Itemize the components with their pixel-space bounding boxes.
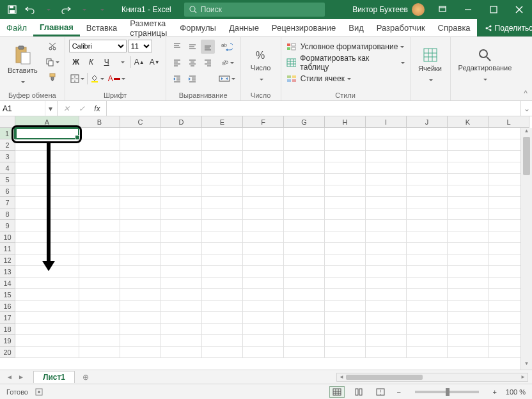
cell-D4[interactable] <box>161 162 202 174</box>
cell-C17[interactable] <box>120 312 161 324</box>
cell-H5[interactable] <box>325 174 366 185</box>
cell-D11[interactable] <box>161 243 202 254</box>
column-header-F[interactable]: F <box>243 116 284 128</box>
cell-I12[interactable] <box>366 254 407 266</box>
cell-B19[interactable] <box>79 335 120 347</box>
format-painter-button[interactable] <box>44 70 61 84</box>
cell-J18[interactable] <box>407 324 448 335</box>
cell-I14[interactable] <box>366 278 407 289</box>
tab-page-layout[interactable]: Разметка страницы <box>123 19 173 36</box>
fill-color-button[interactable] <box>89 72 106 86</box>
cell-F1[interactable] <box>243 128 284 139</box>
cell-K15[interactable] <box>448 289 489 301</box>
cell-E1[interactable] <box>202 128 243 139</box>
cell-A6[interactable] <box>15 185 79 197</box>
cell-I16[interactable] <box>366 301 407 312</box>
cell-F2[interactable] <box>243 139 284 151</box>
tab-formulas[interactable]: Формулы <box>173 19 223 36</box>
cell-B13[interactable] <box>79 266 120 278</box>
cell-E18[interactable] <box>202 324 243 335</box>
cell-F15[interactable] <box>243 289 284 301</box>
cell-D7[interactable] <box>161 197 202 208</box>
cell-A16[interactable] <box>15 301 79 312</box>
cell-C20[interactable] <box>120 347 161 358</box>
cell-E2[interactable] <box>202 139 243 151</box>
cell-I18[interactable] <box>366 324 407 335</box>
cell-H1[interactable] <box>325 128 366 139</box>
tab-review[interactable]: Рецензирование <box>265 19 342 36</box>
scroll-right-button[interactable]: ► <box>519 373 528 381</box>
cell-H18[interactable] <box>325 324 366 335</box>
cell-F11[interactable] <box>243 243 284 254</box>
cell-A1[interactable] <box>15 128 79 139</box>
cell-I15[interactable] <box>366 289 407 301</box>
normal-view-button[interactable] <box>329 386 345 398</box>
ribbon-display-button[interactable] <box>430 0 455 19</box>
tab-insert[interactable]: Вставка <box>80 19 123 36</box>
bold-button[interactable]: Ж <box>69 55 83 69</box>
cell-J6[interactable] <box>407 185 448 197</box>
cell-A14[interactable] <box>15 278 79 289</box>
cell-I2[interactable] <box>366 139 407 151</box>
align-right-button[interactable] <box>201 56 215 70</box>
cell-E3[interactable] <box>202 151 243 162</box>
orientation-button[interactable]: ab <box>217 56 237 70</box>
share-button[interactable]: Поделиться <box>477 19 532 36</box>
sheet-tab-1[interactable]: Лист1 <box>33 371 75 383</box>
row-header-9[interactable]: 9 <box>0 220 15 231</box>
cell-E7[interactable] <box>202 197 243 208</box>
cell-J17[interactable] <box>407 312 448 324</box>
cell-G5[interactable] <box>284 174 325 185</box>
cell-E19[interactable] <box>202 335 243 347</box>
cell-A10[interactable] <box>15 231 79 243</box>
underline-dropdown[interactable] <box>115 55 129 69</box>
cell-K19[interactable] <box>448 335 489 347</box>
row-header-6[interactable]: 6 <box>0 185 15 197</box>
zoom-slider[interactable] <box>415 391 479 393</box>
cell-K20[interactable] <box>448 347 489 358</box>
font-family-select[interactable]: Calibri <box>69 40 127 52</box>
column-header-I[interactable]: I <box>366 116 407 128</box>
row-header-5[interactable]: 5 <box>0 174 15 185</box>
cell-C8[interactable] <box>120 208 161 220</box>
cell-F3[interactable] <box>243 151 284 162</box>
zoom-out-button[interactable]: − <box>395 388 403 396</box>
column-header-C[interactable]: C <box>120 116 161 128</box>
cell-C4[interactable] <box>120 162 161 174</box>
redo-dropdown[interactable] <box>75 1 92 18</box>
save-button[interactable] <box>4 1 20 18</box>
cell-H10[interactable] <box>325 231 366 243</box>
cell-E14[interactable] <box>202 278 243 289</box>
cell-J19[interactable] <box>407 335 448 347</box>
align-center-button[interactable] <box>185 56 199 70</box>
cell-A8[interactable] <box>15 208 79 220</box>
cell-H12[interactable] <box>325 254 366 266</box>
cell-H8[interactable] <box>325 208 366 220</box>
wrap-text-button[interactable]: ab <box>217 40 237 54</box>
cell-F8[interactable] <box>243 208 284 220</box>
cell-E17[interactable] <box>202 312 243 324</box>
row-header-7[interactable]: 7 <box>0 197 15 208</box>
cell-D3[interactable] <box>161 151 202 162</box>
cell-I9[interactable] <box>366 220 407 231</box>
maximize-button[interactable] <box>481 0 506 19</box>
shrink-font-button[interactable]: A▼ <box>148 55 162 69</box>
grow-font-button[interactable]: A▲ <box>132 55 146 69</box>
row-header-12[interactable]: 12 <box>0 254 15 266</box>
cell-E9[interactable] <box>202 220 243 231</box>
cell-F18[interactable] <box>243 324 284 335</box>
editing-button[interactable]: Редактирование <box>455 40 516 90</box>
cell-G1[interactable] <box>284 128 325 139</box>
cell-J1[interactable] <box>407 128 448 139</box>
borders-button[interactable] <box>69 72 86 86</box>
cell-C2[interactable] <box>120 139 161 151</box>
name-box-input[interactable] <box>0 104 45 113</box>
cell-H16[interactable] <box>325 301 366 312</box>
cell-B3[interactable] <box>79 151 120 162</box>
cell-H20[interactable] <box>325 347 366 358</box>
cell-C7[interactable] <box>120 197 161 208</box>
cell-B2[interactable] <box>79 139 120 151</box>
cell-K2[interactable] <box>448 139 489 151</box>
accept-formula-button[interactable]: ✓ <box>75 104 88 113</box>
cell-E10[interactable] <box>202 231 243 243</box>
